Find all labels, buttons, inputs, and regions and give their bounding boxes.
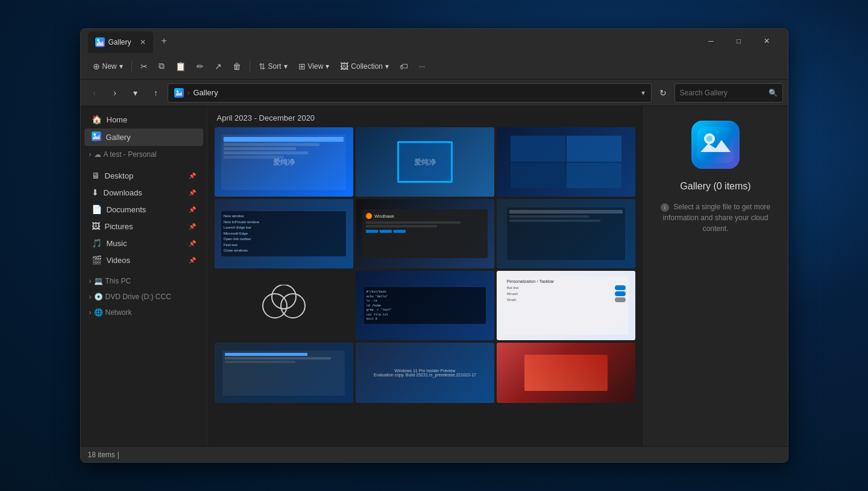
videos-icon: 🎬	[92, 255, 102, 265]
info-icon: i	[661, 203, 669, 212]
gallery-icon	[92, 131, 101, 143]
gallery-grid: 爱纯净 爱纯净	[207, 127, 643, 446]
address-dropdown-icon[interactable]: ▾	[641, 89, 645, 97]
sidebar-expander-dvd[interactable]: › 💿 DVD Drive (D:) CCC	[84, 290, 203, 304]
collection-button[interactable]: 🖼 Collection ▾	[335, 59, 394, 74]
view-button[interactable]: ⊞ View ▾	[294, 59, 335, 74]
gallery-row-2: New windowNew InPrivate windowLaunch Edg…	[215, 199, 636, 268]
back-button[interactable]: ‹	[86, 84, 104, 102]
thispc-icon: 💻	[94, 277, 103, 285]
main-window: Gallery ✕ + ─ □ ✕ ⊕ New ▾ ✂ ⧉	[80, 28, 788, 463]
toolbar: ⊕ New ▾ ✂ ⧉ 📋 ✏ ↗ 🗑 ⇅ Sort ▾ ⊞	[81, 53, 788, 80]
gallery-app-svg	[697, 127, 734, 163]
maximize-button[interactable]: □	[725, 31, 753, 51]
copy-button[interactable]: ⧉	[154, 59, 169, 74]
right-panel-title: Gallery (0 items)	[680, 181, 750, 192]
close-button[interactable]: ✕	[753, 31, 781, 51]
expander-chevron-icon-3: ›	[89, 293, 92, 301]
date-range-text: April 2023 - December 2020	[217, 113, 315, 122]
collection-icon: 🖼	[340, 62, 348, 71]
search-box[interactable]: 🔍	[675, 83, 783, 103]
sidebar-item-music[interactable]: 🎵 Music 📌	[84, 235, 203, 251]
gallery-thumb-6[interactable]	[497, 199, 635, 268]
up-button[interactable]: ↑	[147, 84, 165, 102]
sidebar-item-documents[interactable]: 📄 Documents 📌	[84, 201, 203, 217]
content-area: 🏠 Home	[81, 106, 788, 446]
sidebar-expander-network[interactable]: › 🌐 Network	[84, 305, 203, 320]
paste-button[interactable]: 📋	[171, 59, 190, 74]
gallery-thumb-9[interactable]: Personalization › Taskbar Bat line Wnash	[497, 271, 635, 340]
titlebar: Gallery ✕ + ─ □ ✕	[81, 29, 788, 53]
thumb-inner-7	[215, 271, 353, 340]
toolbar-separator-1	[131, 60, 132, 72]
thumb-inner-4: New windowNew InPrivate windowLaunch Edg…	[215, 199, 353, 268]
sidebar-item-videos[interactable]: 🎬 Videos 📌	[84, 252, 203, 268]
search-input[interactable]	[680, 89, 765, 97]
thumb-inner-10	[215, 343, 353, 403]
right-panel: Gallery (0 items) i Select a single file…	[643, 106, 788, 446]
rename-button[interactable]: ✏	[192, 59, 209, 74]
gallery-thumb-7[interactable]	[215, 271, 353, 340]
cut-button[interactable]: ✂	[136, 59, 153, 74]
pin-icon-5: 📌	[189, 240, 196, 247]
thumb-inner-6	[497, 199, 635, 268]
delete-icon: 🗑	[233, 62, 241, 71]
sidebar-item-gallery[interactable]: Gallery	[84, 128, 203, 146]
home-icon: 🏠	[92, 115, 102, 124]
pin-icon-4: 📌	[189, 223, 196, 230]
more-button[interactable]: ···	[414, 60, 430, 73]
refresh-button[interactable]: ↻	[654, 84, 672, 102]
gallery-thumb-12[interactable]	[497, 343, 635, 403]
active-tab[interactable]: Gallery ✕	[88, 31, 153, 53]
delete-button[interactable]: 🗑	[228, 59, 246, 74]
gallery-thumb-3[interactable]	[497, 127, 635, 197]
gallery-thumb-5[interactable]: Windhawk	[356, 199, 494, 268]
sidebar-item-pictures[interactable]: 🖼 Pictures 📌	[84, 218, 203, 234]
gallery-thumb-11[interactable]: Windows 11 Pro Insider Preview Evaluatio…	[356, 343, 494, 403]
cut-icon: ✂	[140, 62, 148, 71]
forward-button[interactable]: ›	[106, 84, 124, 102]
tab-label: Gallery	[108, 38, 131, 46]
sidebar-expander-thispc[interactable]: › 💻 This PC	[84, 274, 203, 288]
sidebar-item-desktop[interactable]: 🖥 Desktop 📌	[84, 168, 203, 183]
close-icon: ✕	[764, 37, 770, 45]
thumb-inner-5: Windhawk	[356, 199, 494, 268]
tag-button[interactable]: 🏷	[395, 59, 413, 74]
dvd-icon: 💿	[94, 293, 103, 301]
sort-label: Sort	[268, 62, 281, 71]
expander-chevron-icon-2: ›	[89, 277, 92, 285]
expander-chevron-icon-4: ›	[89, 308, 92, 317]
sidebar-atest-label: A test - Personal	[104, 150, 157, 159]
gallery-thumb-1[interactable]: 爱纯净	[215, 127, 353, 197]
gallery-thumb-8[interactable]: #!/bin/bash echo "Hello" ls -la cd /home…	[356, 271, 494, 340]
sidebar-item-home[interactable]: 🏠 Home	[84, 112, 203, 127]
sort-button[interactable]: ⇅ Sort ▾	[254, 59, 292, 74]
address-bar[interactable]: › Gallery ▾	[168, 83, 652, 103]
sidebar-expander-atest[interactable]: › ☁ A test - Personal	[84, 147, 203, 162]
recent-locations-button[interactable]: ▾	[127, 84, 145, 102]
minimize-button[interactable]: ─	[697, 31, 725, 51]
rename-icon: ✏	[197, 62, 204, 71]
forward-icon: ›	[113, 88, 116, 98]
svg-point-11	[706, 136, 712, 142]
add-tab-button[interactable]: +	[157, 33, 172, 49]
new-chevron-icon: ▾	[119, 62, 123, 71]
sidebar-item-downloads[interactable]: ⬇ Downloads 📌	[84, 185, 203, 200]
thumb-inner-2	[356, 127, 494, 197]
new-button[interactable]: ⊕ New ▾	[88, 59, 128, 74]
gallery-thumb-4[interactable]: New windowNew InPrivate windowLaunch Edg…	[215, 199, 353, 268]
gallery-thumb-10[interactable]	[215, 343, 353, 403]
gallery-thumb-2[interactable]: 爱纯净	[356, 127, 494, 197]
right-panel-description: i Select a single file to get more infor…	[653, 201, 778, 234]
paste-icon: 📋	[175, 62, 186, 71]
pin-icon-2: 📌	[189, 189, 196, 196]
music-icon: 🎵	[92, 238, 102, 248]
sidebar-desktop-label: Desktop	[105, 171, 134, 180]
close-tab-button[interactable]: ✕	[140, 38, 146, 46]
sidebar: 🏠 Home	[81, 106, 207, 446]
sort-icon: ⇅	[259, 62, 266, 71]
more-icon: ···	[419, 62, 425, 71]
share-button[interactable]: ↗	[210, 59, 227, 74]
view-chevron-icon: ▾	[326, 62, 329, 71]
share-icon: ↗	[215, 62, 222, 71]
